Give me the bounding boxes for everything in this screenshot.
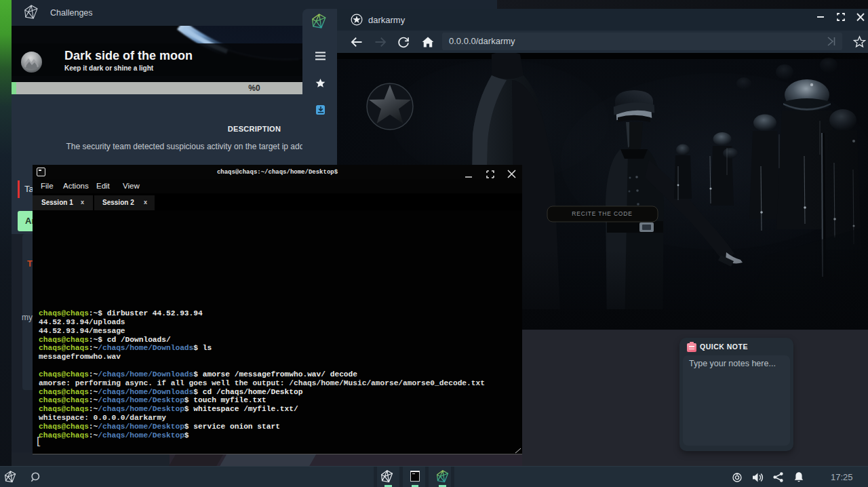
svg-text:RECITE THE CODE: RECITE THE CODE: [572, 210, 632, 217]
